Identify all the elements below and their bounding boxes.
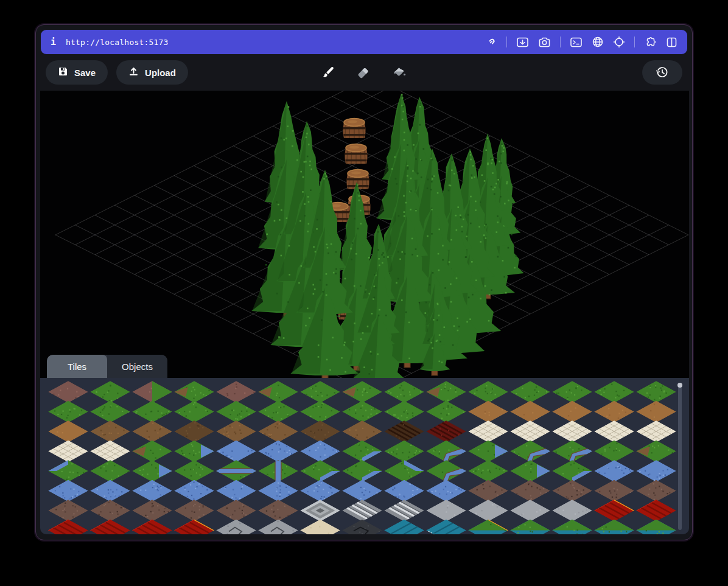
palette-tile-grass_water_corner[interactable]	[174, 441, 214, 462]
palette-tile-dirt_dark[interactable]	[300, 420, 340, 442]
paint-bucket-tool-button[interactable]	[391, 65, 407, 80]
palette-tile-grass_dirt[interactable]	[174, 381, 214, 403]
palette-tile-dirt_smooth[interactable]	[510, 401, 550, 423]
palette-tile-grass_river_h[interactable]	[216, 460, 256, 482]
palette-tile-gray[interactable]	[510, 500, 550, 521]
palette-tile-dirt_smooth[interactable]	[594, 401, 634, 423]
palette-tile-water[interactable]	[594, 460, 634, 482]
palette-tile-grass_dirt[interactable]	[258, 381, 298, 403]
palette-tile-dirt_grass[interactable]	[132, 381, 172, 403]
palette-tile-grass[interactable]	[300, 401, 340, 423]
map-canvas[interactable]	[40, 91, 689, 378]
palette-tile-grass_water_edge[interactable]	[300, 460, 340, 482]
palette-scrollbar[interactable]	[678, 383, 682, 530]
palette-tile-grass[interactable]	[384, 381, 424, 403]
palette-tile-grass[interactable]	[510, 381, 550, 403]
palette-tile-red_roof[interactable]	[636, 500, 676, 521]
palette-tile-rocky[interactable]	[216, 500, 256, 521]
brush-tool-button[interactable]	[321, 65, 335, 80]
palette-tile-grass_water_edge[interactable]	[552, 460, 592, 482]
palette-tile-water[interactable]	[258, 441, 298, 462]
palette-tile-gray_rock[interactable]	[216, 520, 256, 535]
palette-tile-water[interactable]	[384, 480, 424, 502]
palette-tile-grass[interactable]	[426, 401, 466, 423]
palette-tile-grass[interactable]	[552, 381, 592, 403]
palette-tile-grass[interactable]	[90, 381, 130, 403]
tab-objects[interactable]: Objects	[107, 355, 167, 378]
page-info-icon[interactable]: i	[51, 37, 56, 47]
palette-tile-dirt_brown[interactable]	[90, 420, 130, 442]
camera-icon[interactable]	[538, 37, 551, 48]
palette-tile-rocky[interactable]	[90, 500, 130, 521]
puzzle-icon[interactable]	[644, 36, 657, 48]
palette-tile-rocky[interactable]	[48, 500, 88, 521]
palette-tile-grass[interactable]	[216, 401, 256, 423]
palette-tile-white_floor[interactable]	[636, 420, 676, 442]
palette-tile-grass[interactable]	[468, 460, 508, 482]
palette-tile-dirt_brown[interactable]	[342, 420, 382, 442]
palette-tile-grass_water_tl[interactable]	[48, 460, 88, 482]
palette-tile-grass_river_diag[interactable]	[258, 460, 298, 482]
palette-tile-stripe_stairs[interactable]	[342, 500, 382, 521]
palette-tile-gray_rock[interactable]	[258, 520, 298, 535]
palette-tile-grass_water_v[interactable]	[384, 460, 424, 482]
palette-tile-grass[interactable]	[90, 401, 130, 423]
palette-tile-grass_teal[interactable]	[594, 520, 634, 535]
palette-tile-rocky[interactable]	[636, 480, 676, 502]
history-button[interactable]	[642, 60, 682, 85]
palette-tile-grass[interactable]	[594, 441, 634, 462]
palette-tile-water[interactable]	[132, 480, 172, 502]
palette-tile-grass_dirt[interactable]	[342, 381, 382, 403]
palette-tile-grass[interactable]	[90, 460, 130, 482]
palette-tile-white_floor[interactable]	[48, 441, 88, 462]
palette-tile-dirt_smooth[interactable]	[552, 401, 592, 423]
palette-tile-grass[interactable]	[636, 381, 676, 403]
palette-tile-white_floor[interactable]	[552, 420, 592, 442]
palette-tile-dirt_smooth[interactable]	[636, 401, 676, 423]
palette-tile-dirt[interactable]	[216, 381, 256, 403]
palette-tile-grass_teal[interactable]	[510, 520, 550, 535]
link-icon[interactable]	[485, 36, 497, 48]
palette-tile-gray[interactable]	[468, 500, 508, 521]
palette-tile-water[interactable]	[216, 480, 256, 502]
palette-tile-grass_river_bend[interactable]	[426, 460, 466, 482]
palette-tile-step_pyramid[interactable]	[300, 500, 340, 521]
palette-tile-rocky[interactable]	[468, 480, 508, 502]
palette-tile-grass[interactable]	[342, 401, 382, 423]
globe-icon[interactable]	[592, 36, 604, 48]
palette-tile-grass[interactable]	[174, 401, 214, 423]
palette-tile-red_roof_trim[interactable]	[174, 520, 214, 535]
palette-tile-white_floor[interactable]	[510, 420, 550, 442]
upload-button[interactable]: Upload	[116, 60, 188, 85]
palette-tile-grass_dirt[interactable]	[132, 441, 172, 462]
palette-tile-gray[interactable]	[426, 500, 466, 521]
palette-tile-water[interactable]	[636, 460, 676, 482]
palette-tile-red_roof[interactable]	[48, 520, 88, 535]
palette-tile-grass[interactable]	[48, 401, 88, 423]
palette-tile-dirt_brown[interactable]	[216, 420, 256, 442]
palette-tile-white_floor[interactable]	[468, 420, 508, 442]
save-button[interactable]: Save	[46, 60, 108, 85]
tab-tiles[interactable]: Tiles	[47, 355, 107, 378]
palette-tile-grass_water_corner[interactable]	[510, 460, 550, 482]
palette-tile-grass_water_edge[interactable]	[342, 441, 382, 462]
palette-tile-grass_river_bend[interactable]	[552, 441, 592, 462]
palette-tile-water[interactable]	[342, 480, 382, 502]
palette-tile-red_roof[interactable]	[90, 520, 130, 535]
url-text[interactable]: http://localhost:5173	[66, 38, 169, 47]
target-icon[interactable]	[613, 36, 625, 48]
frame-capture-icon[interactable]	[516, 37, 529, 48]
palette-scrollbar-thumb[interactable]	[677, 383, 682, 388]
palette-tile-teal_roof_dots[interactable]	[426, 520, 466, 535]
eraser-tool-button[interactable]	[356, 65, 371, 80]
palette-tile-grass[interactable]	[174, 460, 214, 482]
palette-tile-water[interactable]	[258, 480, 298, 502]
palette-tile-grass[interactable]	[468, 381, 508, 403]
palette-tile-grass_water_edge[interactable]	[342, 460, 382, 482]
palette-tile-dirt_smooth[interactable]	[48, 420, 88, 442]
palette-tile-red_roof[interactable]	[132, 520, 172, 535]
palette-tile-rocky[interactable]	[594, 480, 634, 502]
palette-tile-grass_teal[interactable]	[636, 520, 676, 535]
terminal-icon[interactable]	[570, 37, 583, 48]
palette-tile-grass[interactable]	[384, 441, 424, 462]
